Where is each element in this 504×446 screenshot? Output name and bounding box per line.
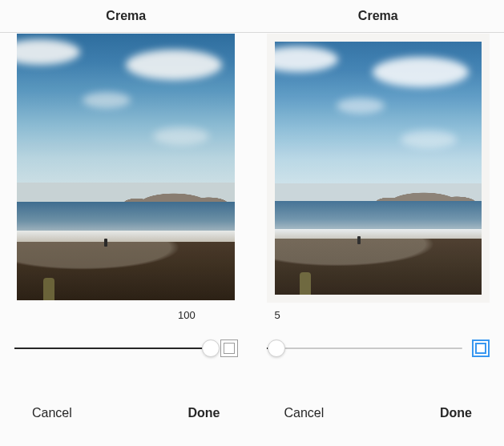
intensity-slider[interactable] xyxy=(267,348,463,349)
action-bar: Cancel Done xyxy=(0,385,252,446)
editor-pane-right: Crema 5 xyxy=(252,0,505,446)
frame-toggle-button[interactable] xyxy=(472,340,490,357)
app-root: Crema 100 xyxy=(0,0,504,446)
action-bar: Cancel Done xyxy=(252,385,505,446)
slider-value-label: 5 xyxy=(275,309,280,321)
cancel-button[interactable]: Cancel xyxy=(284,406,325,420)
photo-preview[interactable] xyxy=(275,42,482,295)
photo-preview[interactable] xyxy=(17,34,235,300)
frame-toggle-inner-icon xyxy=(224,343,235,354)
cancel-button[interactable]: Cancel xyxy=(32,406,72,420)
filter-title-text: Crema xyxy=(106,9,146,23)
slider-area: 100 xyxy=(0,304,252,372)
slider-value-label: 100 xyxy=(178,309,196,321)
slider-area: 5 xyxy=(252,304,505,372)
editor-pane-left: Crema 100 xyxy=(0,0,252,446)
filter-title-text: Crema xyxy=(358,9,398,23)
preview-area xyxy=(0,32,252,304)
frame-toggle-button[interactable] xyxy=(220,340,238,357)
slider-thumb[interactable] xyxy=(268,340,285,357)
slider-thumb[interactable] xyxy=(202,340,220,357)
filter-title: Crema xyxy=(0,0,252,32)
filter-title: Crema xyxy=(252,0,505,32)
preview-area xyxy=(252,32,505,304)
intensity-slider[interactable] xyxy=(14,348,211,349)
slider-fill xyxy=(14,348,211,349)
done-button[interactable]: Done xyxy=(440,406,472,420)
frame-toggle-inner-icon xyxy=(475,343,486,354)
done-button[interactable]: Done xyxy=(188,406,220,420)
